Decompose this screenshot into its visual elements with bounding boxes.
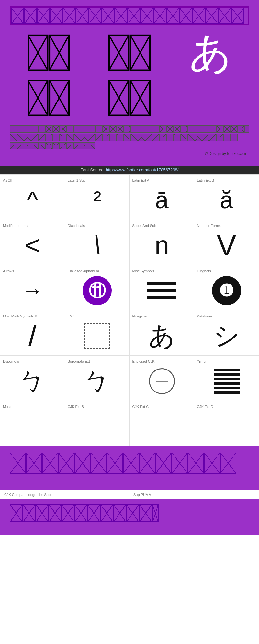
banner-pattern xyxy=(11,8,248,24)
banner-cell-lg xyxy=(26,453,42,474)
small-cell xyxy=(95,134,102,141)
char-yijing xyxy=(214,366,240,396)
banner-cell-lg xyxy=(42,453,58,474)
small-cell xyxy=(231,125,238,133)
small-cell xyxy=(102,125,109,133)
char-diacriticals: \ xyxy=(94,230,101,260)
preview-glyph-empty xyxy=(172,77,249,119)
three-lines-symbol xyxy=(147,282,176,299)
small-cell xyxy=(81,142,88,149)
small-cell xyxy=(88,142,95,149)
char-label-arrows: Arrows xyxy=(3,269,14,273)
small-banner-cell xyxy=(113,504,126,522)
char-numberforms: V xyxy=(217,230,236,260)
enclosed-cjk-circle: — xyxy=(149,368,175,394)
small-cell xyxy=(117,125,124,133)
small-cell xyxy=(188,125,195,133)
char-label-cjkextb: CJK Ext B xyxy=(68,405,84,409)
font-source-url[interactable]: http://www.fontke.com/font/178567298/ xyxy=(106,167,179,172)
small-cell xyxy=(10,134,17,141)
char-label-cjkextc: CJK Ext C xyxy=(132,405,149,409)
small-cell xyxy=(24,142,31,149)
small-cell xyxy=(174,125,181,133)
char-cell-bopomofo: Bopomofo ㄅ xyxy=(0,356,65,401)
small-cell xyxy=(159,125,166,133)
yi-line xyxy=(214,378,240,380)
char-cell-miscmathb: Misc Math Symbols B / xyxy=(0,310,65,356)
banner-cell-lg xyxy=(155,453,172,474)
char-label-diacriticals: Diacriticals xyxy=(68,224,85,228)
char-cell-enclosed-alphanum: Enclosed Alphanum ⑪ xyxy=(65,265,130,310)
double-box-svg-1 xyxy=(28,33,70,72)
bottom-purple-section xyxy=(0,446,259,490)
small-cell xyxy=(17,125,24,133)
bottom-banner xyxy=(10,453,249,474)
small-cell xyxy=(238,125,245,133)
horiz-line xyxy=(147,289,176,292)
small-cell xyxy=(31,134,38,141)
small-cell xyxy=(195,125,202,133)
banner-cell xyxy=(179,8,192,24)
small-cell xyxy=(38,142,45,149)
small-cell xyxy=(109,134,117,141)
char-cell-katakana: Katakana シ xyxy=(194,310,259,356)
small-cell xyxy=(138,134,145,141)
small-cell xyxy=(88,134,95,141)
small-cell xyxy=(245,125,249,133)
small-cell xyxy=(67,134,74,141)
small-cell xyxy=(38,125,45,133)
banner-cell xyxy=(218,8,231,24)
banner-cell-lg xyxy=(139,453,155,474)
small-cell xyxy=(88,125,95,133)
char-cell-yijing: Yijing xyxy=(194,356,259,401)
banner-cell xyxy=(102,8,115,24)
char-cell-hiragana: Hiragana あ xyxy=(130,310,195,356)
char-miscmathb: / xyxy=(28,321,37,351)
small-cell xyxy=(195,134,202,141)
small-cell xyxy=(102,134,109,141)
char-grid: ASCII ^ Latin 1 Sup ² Latin Ext A ā Lati… xyxy=(0,174,259,446)
compat-label-cjk: CJK Compat Ideographs Sup xyxy=(0,490,130,499)
copyright-text: © Design by fontke.com xyxy=(10,151,249,156)
small-cell xyxy=(45,142,52,149)
char-modifier: < xyxy=(25,230,40,260)
small-banner-cell xyxy=(62,504,74,522)
banner-cell-lg xyxy=(172,453,188,474)
banner-cell-lg xyxy=(123,453,139,474)
text-row-3 xyxy=(10,142,249,149)
yi-line xyxy=(214,382,240,385)
char-latin1sup: ² xyxy=(93,185,101,215)
small-banner-cell xyxy=(100,504,113,522)
small-cell xyxy=(38,134,45,141)
char-cell-dingbats: Dingbats ❶ xyxy=(194,265,259,310)
banner-cell xyxy=(89,8,102,24)
small-cell xyxy=(10,142,17,149)
small-bottom-banner xyxy=(10,504,162,522)
compat-labels-section: CJK Compat Ideographs Sup Sup PUA A xyxy=(0,490,259,499)
small-cell xyxy=(45,134,52,141)
small-cell xyxy=(231,134,238,141)
char-label-enclosed-alphanum: Enclosed Alphanum xyxy=(68,269,99,273)
small-cell xyxy=(131,125,138,133)
char-cell-superandsub: Super And Sub n xyxy=(130,220,195,265)
double-box-svg-4 xyxy=(108,79,151,117)
char-cell-cjkextd: CJK Ext D xyxy=(194,401,259,446)
small-cell xyxy=(152,134,159,141)
small-cell xyxy=(223,125,231,133)
char-label-latinexta: Latin Ext A xyxy=(132,178,150,182)
small-cell xyxy=(202,134,209,141)
char-label-latin1sup: Latin 1 Sup xyxy=(68,178,86,182)
small-cell xyxy=(67,142,74,149)
banner-cell xyxy=(205,8,218,24)
preview-grid: あ xyxy=(10,32,249,119)
preview-glyph-4 xyxy=(91,77,168,119)
small-cell xyxy=(74,134,81,141)
char-hiragana: あ xyxy=(149,321,175,351)
small-cell xyxy=(31,142,38,149)
small-cell xyxy=(209,125,216,133)
banner-cell xyxy=(37,8,50,24)
char-enclosed-alphanum: ⑪ xyxy=(83,275,112,306)
small-cell xyxy=(159,134,166,141)
yi-line xyxy=(214,369,240,371)
small-banner-cell xyxy=(49,504,62,522)
